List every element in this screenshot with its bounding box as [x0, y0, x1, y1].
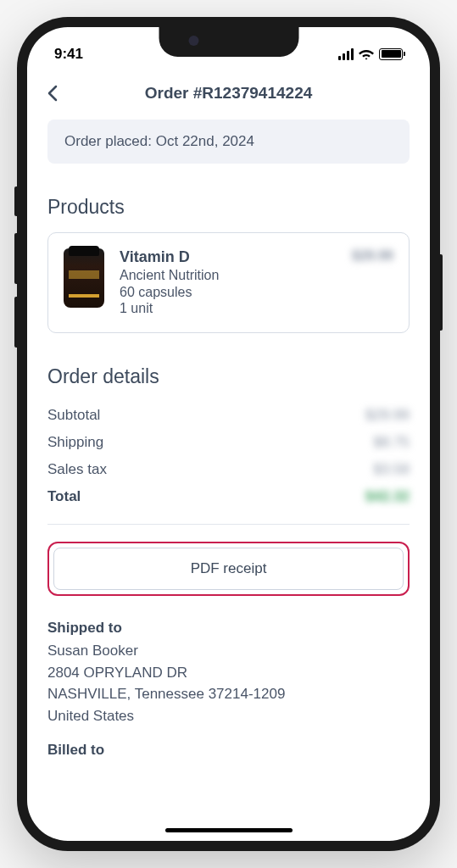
shipping-row: Shipping $8.75 [47, 429, 410, 456]
billed-to-section: Billed to [47, 742, 410, 759]
front-camera [188, 36, 198, 46]
tax-value: $3.58 [373, 461, 410, 478]
product-name: Vitamin D [120, 248, 337, 266]
shipping-value: $8.75 [373, 434, 410, 451]
page-title: Order #R12379414224 [44, 84, 413, 103]
tax-label: Sales tax [47, 461, 107, 478]
phone-volume-down [14, 297, 17, 348]
product-info: Vitamin D Ancient Nutrition 60 capsules … [120, 248, 337, 317]
product-quantity: 1 unit [120, 301, 337, 316]
content-area: Order placed: Oct 22nd, 2024 Products Vi… [27, 120, 430, 799]
shipping-label: Shipping [47, 434, 103, 451]
product-brand: Ancient Nutrition [120, 268, 337, 283]
pdf-receipt-button[interactable]: PDF receipt [53, 548, 404, 590]
phone-frame: 9:41 [17, 17, 440, 851]
home-indicator[interactable] [165, 828, 293, 832]
pdf-button-highlight: PDF receipt [47, 542, 410, 596]
product-image [64, 248, 104, 308]
subtotal-label: Subtotal [47, 407, 100, 424]
divider [47, 524, 410, 525]
subtotal-value: $29.99 [365, 407, 410, 424]
shipped-to-name: Susan Booker [47, 640, 410, 662]
product-price: $29.99 [352, 248, 393, 317]
phone-volume-up [14, 233, 17, 284]
phone-mute-switch [14, 186, 17, 216]
status-icons [338, 48, 403, 60]
product-size: 60 capsules [120, 285, 337, 300]
shipped-to-section: Shipped to Susan Booker 2804 OPRYLAND DR… [47, 620, 410, 726]
total-row: Total $42.32 [47, 483, 410, 510]
battery-icon [379, 48, 403, 60]
shipped-to-country: United States [47, 705, 410, 727]
wifi-icon [359, 48, 374, 60]
shipped-to-city: NASHVILLE, Tennessee 37214-1209 [47, 683, 410, 705]
billed-to-heading: Billed to [47, 742, 410, 759]
total-label: Total [47, 488, 81, 505]
shipped-to-street: 2804 OPRYLAND DR [47, 662, 410, 684]
chevron-left-icon [47, 85, 58, 102]
order-placed-banner: Order placed: Oct 22nd, 2024 [47, 120, 410, 164]
back-button[interactable] [47, 86, 63, 101]
subtotal-row: Subtotal $29.99 [47, 402, 410, 429]
products-heading: Products [47, 196, 410, 219]
phone-screen: 9:41 [27, 27, 430, 841]
total-value: $42.32 [365, 488, 410, 505]
status-time: 9:41 [54, 46, 83, 63]
shipped-to-heading: Shipped to [47, 620, 410, 637]
nav-header: Order #R12379414224 [27, 74, 430, 120]
tax-row: Sales tax $3.58 [47, 456, 410, 483]
cellular-signal-icon [338, 48, 354, 60]
phone-notch [159, 27, 298, 57]
order-details-heading: Order details [47, 365, 410, 388]
phone-power-button [440, 254, 443, 331]
product-card[interactable]: Vitamin D Ancient Nutrition 60 capsules … [47, 232, 410, 333]
